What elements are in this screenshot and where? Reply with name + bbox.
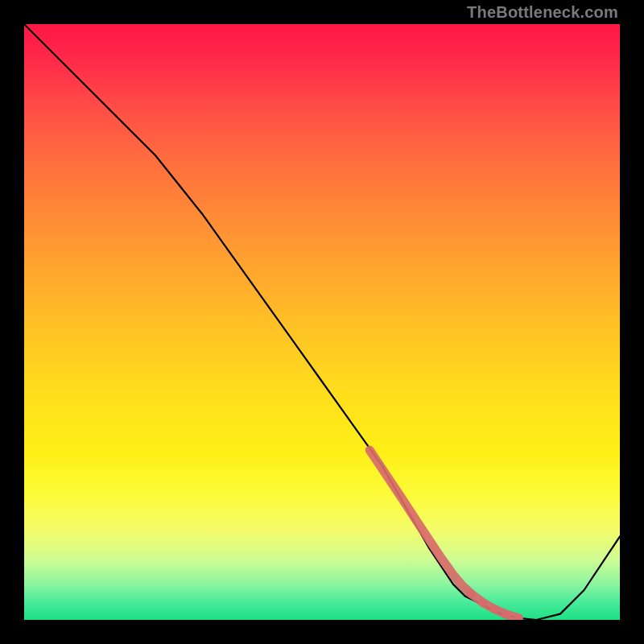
bottleneck-curve: [24, 24, 620, 620]
watermark-text: TheBottleneck.com: [467, 3, 618, 22]
highlight-dot: [478, 598, 487, 607]
highlight-dot: [467, 589, 476, 598]
chart-frame: TheBottleneck.com: [0, 0, 644, 644]
highlight-dot: [490, 605, 499, 613]
highlight-markers: [369, 450, 523, 620]
highlight-stroke: [369, 450, 518, 618]
plot-area: [24, 24, 620, 620]
highlight-dot: [502, 610, 511, 619]
chart-svg: [24, 24, 620, 620]
